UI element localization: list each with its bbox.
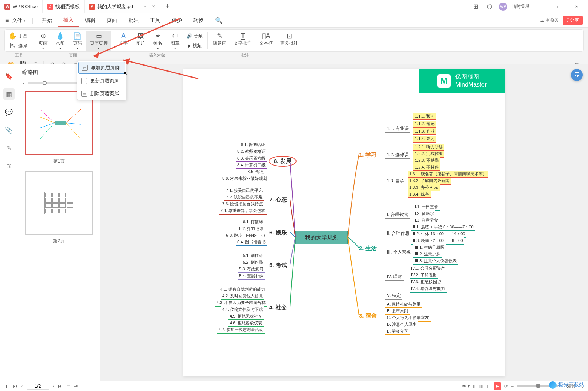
thumbnail-icon[interactable]: ▦ [3,88,15,100]
mindmaster-logo-icon: M [437,74,451,88]
node: 4.1. 拥有自我判断的能力 [219,286,267,293]
node: IV.2. 了解理财 [410,272,438,279]
play-button[interactable]: ▶ [494,382,501,390]
node: 6.4. 图书馆看书 [236,239,267,246]
bookmark-icon[interactable]: 🔖 [3,70,15,82]
maximize-button[interactable]: □ [552,1,566,12]
more-icon: ⊡ [285,32,293,40]
text-annot-icon: T̲ [239,32,247,40]
left-rail: 🔖 ▦ 💬 📎 ✎ ≋ [0,64,18,381]
sign-rail-icon[interactable]: ✎ [3,142,15,154]
cube-icon[interactable]: ⬡ [485,2,494,12]
menu-insert[interactable]: 插入 [58,15,79,27]
zoom-out-icon[interactable]: − [511,384,514,389]
login-status[interactable]: 临时登录 [512,3,530,10]
share-button[interactable]: ⤴ 分享 [563,16,583,25]
tab-close-icon[interactable]: ✕ [152,4,155,9]
dropdown-delete-header[interactable]: ▭删除页眉页脚 [77,87,126,100]
audio-button[interactable]: 🔊音频 [184,31,206,41]
node: 8.3. 英语四六级 [236,155,267,162]
node: IV.3. 拒绝校园贷 [410,279,442,286]
select-tool[interactable]: ⇱选择 [6,41,30,51]
attachment-icon[interactable]: 📎 [3,124,15,136]
view-single-icon[interactable]: ▯ [473,384,475,389]
node: I.2. 多喝水 [413,210,435,218]
comment-icon[interactable]: 💬 [3,106,15,118]
node-study: 1. 学习 [359,151,377,158]
thumbnail-page-1[interactable] [25,91,93,155]
last-page-icon[interactable]: ⏭ [58,384,62,389]
tab-daoke[interactable]: D找稻壳模板 [43,0,85,13]
svg-line-3 [40,109,55,123]
file-menu[interactable]: 文件 ▾ [9,16,28,25]
view-continuous-icon[interactable]: ▥ [478,384,483,389]
menu-search-icon[interactable]: 🔍 [210,15,228,26]
page-add-button[interactable]: ⊕页面▾ [34,31,52,51]
pdf-icon: P [89,4,95,10]
hamburger-icon[interactable]: ≡ [5,17,9,24]
node: 1.1.2. 笔记 [413,121,436,128]
dropdown-add-header[interactable]: ▭添加页眉页脚 [78,62,125,74]
tab-document[interactable]: P我的大学规划.pdf•✕ [85,0,160,13]
pagenum-button[interactable]: 📄页码▾ [69,31,86,51]
mouse-cursor-icon: ↖ [123,70,128,76]
menu-convert[interactable]: 转换 [188,15,209,26]
node: III. 个人形象 [385,249,413,256]
next-page-icon[interactable]: › [53,384,54,389]
fit-page-icon[interactable]: ▭ [66,384,70,389]
wps-logo-icon: W [4,4,10,10]
daoke-icon: D [47,4,53,10]
thumb-label-2: 第2页 [22,238,95,244]
update-header-icon: ▭ [81,78,87,84]
dropdown-update-header[interactable]: ▭更新页眉页脚 [77,75,126,87]
node: 4.6. 拒绝容貌仪表 [228,320,264,327]
video-icon: ▶ [188,43,191,48]
thumbnail-page-2[interactable] [25,171,93,235]
node: 4.3. 不要因为要合群而合群 [215,300,267,307]
more-annot-button[interactable]: ⊡更多批注 [276,31,302,47]
rotate-icon[interactable]: ⟳ [504,384,508,389]
tab-wps[interactable]: WWPS Office [0,0,43,13]
watermark-button[interactable]: 💧水印▾ [52,31,69,51]
textbox-button[interactable]: ⌷A文本框 [255,31,276,47]
node: 1.3.4. 练字 [408,191,431,198]
minimize-button[interactable]: — [534,1,548,12]
node: III.2. 注意护肤 [413,251,442,258]
node: 1.2. 选修课 [385,151,410,159]
window-layout-icon[interactable]: ⊞ [471,2,480,12]
node: 7.2. 认识自己的不足 [224,194,264,201]
view-two-icon[interactable]: ▯▯ [486,384,491,389]
menu-start[interactable]: 开始 [36,15,57,26]
node: I. 合理饮食 [385,211,410,219]
sidebar-collapse-icon[interactable]: ◧ [5,384,9,389]
hand-tool[interactable]: ✋手型 [6,31,30,41]
audio-icon: 🔊 [187,33,192,39]
canvas-area[interactable]: M 亿图脑图MindMaster 我的大学规划 1. 学习 1.1. 专业课 1… [100,64,588,381]
node: 5.4. 查漏补缺 [238,273,265,280]
fit-width-icon[interactable]: ⇥ [74,384,78,389]
page-input[interactable] [27,383,49,390]
node: IV. 理财 [385,273,404,281]
node-fun: 6. 娱乐 [269,229,287,236]
node: 1.1.1. 预习 [413,113,436,120]
node: 1.3.2. 了解国内外新闻 [408,178,451,185]
node: 4.7. 参加一次志愿者活动 [217,327,265,334]
close-button[interactable]: ✕ [570,1,584,12]
freehand-button[interactable]: ✎随意画 [209,31,230,47]
cloud-status[interactable]: ☁ 有修改 [540,17,559,24]
avatar[interactable]: WP [499,3,507,11]
node: 1.3.1. 读名著（鬼谷子、高情商聊天术等） [408,171,488,178]
assistant-float-icon[interactable]: 🗨 [571,69,583,81]
prev-page-icon[interactable]: ‹ [21,384,23,389]
node: 6.1. 打篮球 [241,219,264,226]
site-watermark: 极光下载站 [549,381,584,389]
node: 1.1.3. 作业 [413,128,436,135]
first-page-icon[interactable]: ⏮ [13,384,18,389]
layers-icon[interactable]: ≋ [3,160,15,172]
new-tab-button[interactable]: + [160,3,175,10]
node: II.1. 晨练 + 早读 6：30——7：00 [411,224,475,231]
node-exam: 5. 考试 [269,262,287,269]
text-annot-button[interactable]: T̲文字批注 [230,31,255,47]
eye-icon[interactable]: 👁 ▾ [462,384,470,389]
zoom-out-small-icon[interactable]: ▫ [22,79,25,86]
